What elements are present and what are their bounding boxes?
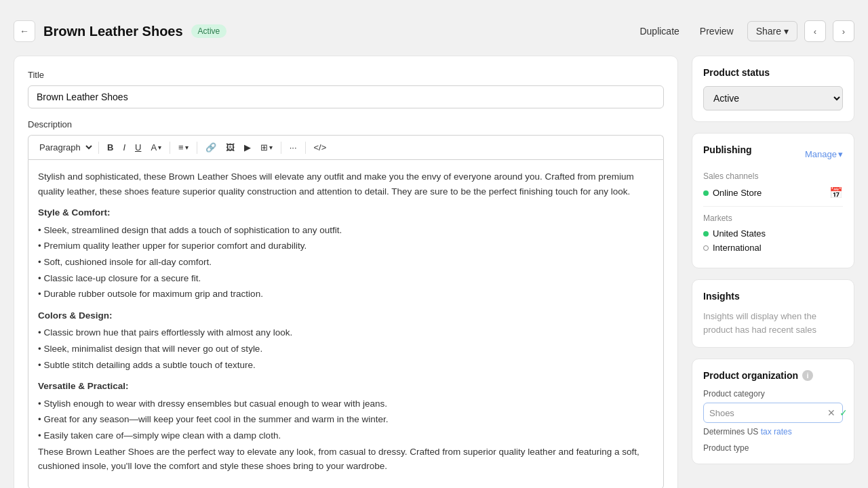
back-button[interactable]: ← — [14, 20, 35, 42]
org-title-row: Product organization i — [703, 370, 843, 381]
desc-section-colors: Colors & Design: — [38, 308, 654, 323]
product-status-card: Product status Active Draft Archived — [692, 56, 854, 122]
share-button[interactable]: Share ▾ — [747, 21, 797, 41]
channel-name: Online Store — [713, 188, 762, 198]
publishing-header: Publishing Manage ▾ — [703, 144, 843, 163]
title-input[interactable] — [28, 85, 664, 108]
desc-section-versatile: Versatile & Practical: — [38, 379, 654, 394]
list-item: Easily taken care of—simply wipe clean w… — [38, 428, 654, 443]
product-organization-card: Product organization i Product category … — [692, 359, 854, 464]
preview-button[interactable]: Preview — [693, 22, 741, 41]
list-item: Subtle stitch detailing adds a subtle to… — [38, 358, 654, 373]
list-item: Great for any season—will keep your feet… — [38, 412, 654, 427]
sidebar: Product status Active Draft Archived Pub… — [692, 56, 854, 464]
publishing-title: Publishing — [703, 144, 752, 155]
desc-para-1: Stylish and sophisticated, these Brown L… — [38, 169, 654, 199]
toolbar-divider-3 — [197, 142, 197, 154]
insights-message: Insights will display when the product h… — [703, 310, 843, 336]
align-button[interactable]: ≡ ▾ — [174, 140, 193, 155]
toolbar-divider-5 — [305, 142, 306, 154]
description-label: Description — [28, 119, 664, 129]
paragraph-select[interactable]: Paragraph — [34, 140, 94, 155]
bold-button[interactable]: B — [103, 140, 117, 155]
manage-link[interactable]: Manage ▾ — [805, 149, 843, 159]
toolbar-divider-4 — [281, 142, 281, 154]
status-badge: Active — [191, 24, 227, 38]
calendar-icon[interactable]: 📅 — [829, 186, 843, 199]
content-area: Title Description Paragraph B I U A ▾ ≡ … — [14, 56, 854, 488]
page-title: Brown Leather Shoes — [43, 24, 183, 39]
list-item: Classic brown hue that pairs effortlessl… — [38, 325, 654, 340]
list-item: Premium quality leather upper for superi… — [38, 239, 654, 253]
toolbar-divider-2 — [170, 142, 170, 154]
info-icon[interactable]: i — [802, 370, 813, 381]
desc-para-final: These Brown Leather Shoes are the perfec… — [38, 445, 654, 474]
insights-title: Insights — [703, 291, 843, 302]
sales-channels-label: Sales channels — [703, 171, 843, 181]
table-button[interactable]: ⊞ ▾ — [256, 140, 277, 155]
product-status-title: Product status — [703, 67, 843, 78]
underline-button[interactable]: U — [131, 140, 145, 155]
list-item: Soft, cushioned insole for all-day comfo… — [38, 255, 654, 270]
market-name-us: United States — [713, 228, 766, 239]
category-input[interactable] — [709, 408, 823, 418]
list-item: Classic lace-up closure for a secure fit… — [38, 271, 654, 286]
desc-list-style: Sleek, streamlined design that adds a to… — [38, 223, 654, 302]
list-item: Stylish enough to wear with dressy ensem… — [38, 396, 654, 411]
market-name-intl: International — [713, 243, 762, 253]
org-title: Product organization — [703, 370, 798, 381]
product-card: Title Description Paragraph B I U A ▾ ≡ … — [14, 56, 678, 488]
code-button[interactable]: </> — [310, 140, 331, 155]
video-button[interactable]: ▶ — [240, 140, 255, 155]
text-color-button[interactable]: A ▾ — [146, 140, 165, 155]
publishing-card: Publishing Manage ▾ Sales channels Onlin… — [692, 133, 854, 268]
market-dot-us — [703, 231, 709, 237]
main-panel: Title Description Paragraph B I U A ▾ ≡ … — [14, 56, 678, 488]
product-type-label: Product type — [703, 443, 843, 453]
confirm-category-button[interactable]: ✓ — [840, 407, 848, 418]
italic-button[interactable]: I — [119, 140, 130, 155]
desc-list-versatile: Stylish enough to wear with dressy ensem… — [38, 396, 654, 443]
category-label: Product category — [703, 389, 843, 399]
channel-dot-active — [703, 190, 709, 196]
markets-label: Markets — [703, 214, 843, 223]
more-button[interactable]: ··· — [285, 140, 301, 155]
desc-list-colors: Classic brown hue that pairs effortlessl… — [38, 325, 654, 372]
next-button[interactable]: › — [833, 20, 854, 42]
insights-card: Insights Insights will display when the … — [692, 279, 854, 348]
list-item: Sleek, streamlined design that adds a to… — [38, 223, 654, 238]
title-label: Title — [28, 70, 664, 80]
category-input-row: ✕ ✓ — [703, 403, 843, 423]
duplicate-button[interactable]: Duplicate — [633, 22, 686, 41]
prev-button[interactable]: ‹ — [804, 20, 826, 42]
market-item-us: United States — [703, 228, 843, 239]
clear-category-button[interactable]: ✕ — [827, 407, 835, 418]
desc-section-style: Style & Comfort: — [38, 205, 654, 220]
market-dot-intl — [703, 245, 709, 251]
top-bar-right: Duplicate Preview Share ▾ ‹ › — [633, 20, 854, 42]
list-item: Sleek, minimalist design that will never… — [38, 342, 654, 357]
tax-rates-link[interactable]: tax rates — [761, 427, 792, 436]
channel-item-online: Online Store 📅 — [703, 186, 843, 199]
image-button[interactable]: 🖼 — [222, 140, 239, 155]
description-editor[interactable]: Stylish and sophisticated, these Brown L… — [28, 159, 664, 488]
editor-toolbar: Paragraph B I U A ▾ ≡ ▾ 🔗 🖼 ▶ ⊞ ▾ ··· — [28, 135, 664, 159]
link-button[interactable]: 🔗 — [201, 140, 220, 155]
list-item: Durable rubber outsole for maximum grip … — [38, 287, 654, 302]
publishing-divider — [703, 206, 843, 207]
market-item-intl: International — [703, 243, 843, 253]
top-bar-left: ← Brown Leather Shoes Active — [14, 20, 226, 42]
status-select[interactable]: Active Draft Archived — [703, 86, 843, 110]
tax-info: Determines US tax rates — [703, 427, 843, 436]
top-bar: ← Brown Leather Shoes Active Duplicate P… — [14, 20, 854, 42]
toolbar-divider-1 — [98, 142, 99, 154]
